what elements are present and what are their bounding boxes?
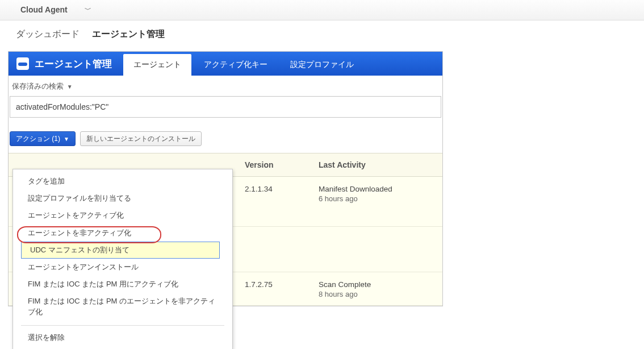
app-name[interactable]: Cloud Agent ﹀ [8,5,91,15]
cloud-agent-icon [16,57,29,70]
caret-down-icon: ▼ [67,84,73,90]
actions-button-label: アクション (1) [16,134,60,144]
breadcrumb: ダッシュボード エージェント管理 [0,20,644,51]
cell-version: 1.7.2.75 [245,280,273,289]
saved-search-toggle[interactable]: 保存済みの検索 ▼ [9,76,442,96]
install-agent-label: 新しいエージェントのインストール [86,134,195,144]
cell-activity-sub: 8 hours ago [319,290,437,298]
tab-label: アクティブ化キー [204,60,267,70]
tab-label: 設定プロファイル [290,60,354,70]
search-input[interactable] [10,96,441,118]
cell-activity-sub: 6 hours ago [319,194,437,203]
menu-item-assign-udc-manifest[interactable]: UDC マニフェストの割り当て [21,242,220,259]
actions-menu: タグを追加 設定プロファイルを割り当てる エージェントをアクティブ化 エージェン… [12,169,233,349]
menu-item-activate[interactable]: エージェントをアクティブ化 [13,207,232,224]
menu-item-assign-profile[interactable]: 設定プロファイルを割り当てる [13,190,232,207]
menu-item-deselect[interactable]: 選択を解除 [13,329,232,346]
cell-activity: Manifest Downloaded [319,185,437,193]
tab-config-profiles[interactable]: 設定プロファイル [280,54,364,76]
menu-item-uninstall[interactable]: エージェントをアンインストール [13,259,232,276]
panel-title-text: エージェント管理 [35,57,112,70]
breadcrumb-dashboard[interactable]: ダッシュボード [16,29,80,39]
cell-activity: Scan Complete [319,280,437,289]
tab-bar: エージェント管理 エージェント アクティブ化キー 設定プロファイル [9,52,442,76]
panel-title: エージェント管理 [9,52,122,76]
tab-label: エージェント [133,60,181,70]
col-version[interactable]: Version [239,153,313,177]
saved-search-label: 保存済みの検索 [12,82,64,90]
menu-item-deactivate-fim-ioc-pm[interactable]: FIM または IOC または PM のエージェントを非アクティブ化 [13,293,232,320]
tab-activation-keys[interactable]: アクティブ化キー [194,54,278,76]
menu-separator [21,325,224,326]
app-name-text: Cloud Agent [20,5,68,14]
menu-item-activate-fim-ioc-pm[interactable]: FIM または IOC または PM 用にアクティブ化 [13,276,232,293]
menu-item-deactivate[interactable]: エージェントを非アクティブ化 [13,225,232,242]
install-agent-button[interactable]: 新しいエージェントのインストール [80,131,202,146]
breadcrumb-current: エージェント管理 [92,29,165,39]
col-last-activity[interactable]: Last Activity [313,153,442,177]
app-header: Cloud Agent ﹀ [0,0,644,20]
cell-version: 2.1.1.34 [245,185,273,193]
menu-item-add-tag[interactable]: タグを追加 [13,173,232,190]
tab-agents[interactable]: エージェント [123,54,191,76]
chevron-down-icon: ﹀ [85,5,91,15]
actions-row: アクション (1) ▼ 新しいエージェントのインストール [9,121,442,153]
actions-button[interactable]: アクション (1) ▼ [10,131,76,146]
chevron-down-icon: ▼ [64,136,69,142]
